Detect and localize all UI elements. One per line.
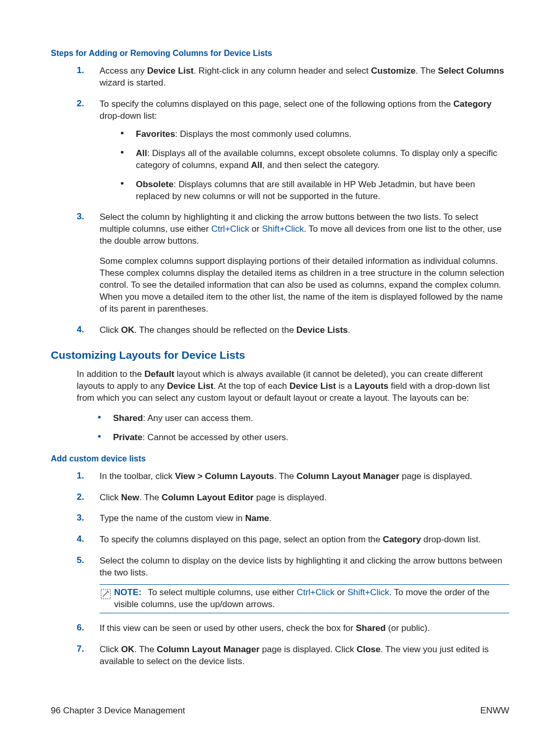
text: . The — [415, 66, 438, 76]
key-ctrl-click: Ctrl+Click — [297, 587, 334, 597]
category-options-list: Favorites: Displays the most commonly us… — [120, 129, 509, 203]
term-device-list: Device List — [167, 381, 214, 391]
text: : Displays the most commonly used column… — [175, 129, 352, 139]
term-default: Default — [144, 369, 174, 379]
step-1: Access any Device List. Right-click in a… — [77, 65, 509, 89]
text: . The changes should be reflected on the — [134, 325, 297, 335]
term-customize: Customize — [371, 66, 415, 76]
acdl-step-3: Type the name of the custom view in Name… — [77, 513, 509, 525]
text: To specify the columns displayed on this… — [100, 535, 383, 544]
text: . The — [134, 644, 157, 654]
text: . The — [139, 493, 162, 502]
steps-add-remove-list: Access any Device List. Right-click in a… — [77, 65, 509, 336]
opt-all: All: Displays all of the available colum… — [120, 148, 509, 172]
text: In the toolbar, click — [100, 471, 175, 481]
term-device-list: Device List — [289, 381, 336, 391]
term-ok: OK — [121, 325, 135, 335]
label: Obsolete — [136, 179, 174, 189]
text: Click — [100, 493, 121, 502]
acdl-step-1: In the toolbar, click View > Column Layo… — [77, 471, 509, 483]
term-ok: OK — [121, 644, 135, 654]
term-all: All — [251, 160, 262, 170]
term-close: Close — [357, 644, 381, 654]
term-device-lists: Device Lists — [297, 325, 348, 335]
acdl-step-6: If this view can be seen or used by othe… — [77, 623, 509, 635]
text: Select the column to display on the devi… — [100, 556, 502, 578]
layout-shared: Shared: Any user can access them. — [97, 413, 509, 425]
term-device-list: Device List — [147, 66, 194, 76]
note-box: NOTE:To select multiple columns, use eit… — [100, 584, 509, 613]
text: page is displayed. Click — [260, 644, 357, 654]
key-ctrl-click: Ctrl+Click — [211, 224, 249, 234]
acdl-step-7: Click OK. The Column Layout Manager page… — [77, 644, 509, 668]
text: (or public). — [386, 623, 430, 633]
label: Shared — [113, 413, 143, 423]
text: Type the name of the custom view in — [100, 513, 245, 523]
text: page is displayed. — [254, 493, 327, 502]
step-4: Click OK. The changes should be reflecte… — [77, 325, 509, 336]
step-3-detail: Some complex columns support displaying … — [100, 256, 509, 315]
text: If this view can be seen or used by othe… — [100, 623, 356, 633]
opt-obsolete: Obsolete: Displays columns that are stil… — [120, 179, 509, 203]
label: Favorites — [136, 129, 175, 139]
page-footer: 96 Chapter 3 Device Management ENWW — [51, 706, 509, 716]
footer-left: 96 Chapter 3 Device Management — [51, 706, 185, 716]
text: To select multiple columns, use either — [148, 587, 297, 597]
text: , and then select the category. — [262, 160, 380, 170]
text: wizard is started. — [100, 78, 166, 88]
heading-customizing-layouts: Customizing Layouts for Device Lists — [51, 349, 509, 361]
text: . Right-click in any column header and s… — [193, 66, 371, 76]
term-new: New — [121, 493, 139, 502]
note-label: NOTE: — [114, 587, 142, 597]
customizing-intro: In addition to the Default layout which … — [77, 369, 509, 404]
page: Steps for Adding or Removing Columns for… — [0, 0, 560, 745]
text: : Cannot be accessed by other users. — [143, 432, 289, 442]
label: All — [136, 148, 147, 158]
term-select-columns: Select Columns — [438, 66, 505, 76]
text: is a — [336, 381, 355, 391]
text: In addition to the — [77, 369, 144, 379]
term-shared: Shared — [356, 623, 386, 633]
term-category: Category — [383, 535, 421, 544]
text: To specify the columns displayed on this… — [100, 99, 453, 109]
layout-private: Private: Cannot be accessed by other use… — [97, 432, 509, 444]
heading-add-custom-device-lists: Add custom device lists — [51, 454, 509, 463]
text: Click — [100, 644, 121, 654]
footer-right: ENWW — [480, 706, 509, 716]
acdl-step-5: Select the column to display on the devi… — [77, 555, 509, 613]
text: or — [334, 587, 347, 597]
text: . The — [274, 471, 297, 481]
note-icon — [100, 588, 112, 600]
acdl-step-2: Click New. The Column Layout Editor page… — [77, 492, 509, 504]
text: . At the top of each — [214, 381, 290, 391]
text: drop-down list. — [421, 535, 481, 544]
step-3: Select the column by highlighting it and… — [77, 212, 509, 315]
text: . — [348, 325, 351, 335]
acdl-step-4: To specify the columns displayed on this… — [77, 534, 509, 546]
term-column-layout-manager: Column Layout Manager — [157, 644, 259, 654]
step-2: To specify the columns displayed on this… — [77, 99, 509, 203]
layout-types-list: Shared: Any user can access them. Privat… — [97, 413, 509, 444]
text: : Any user can access them. — [143, 413, 254, 423]
add-custom-steps: In the toolbar, click View > Column Layo… — [77, 471, 509, 668]
text: drop-down list: — [100, 111, 157, 121]
text: . — [269, 513, 272, 523]
term-view-column-layouts: View > Column Layouts — [175, 471, 274, 481]
opt-favorites: Favorites: Displays the most commonly us… — [120, 129, 509, 140]
heading-steps-add-remove: Steps for Adding or Removing Columns for… — [51, 49, 509, 58]
text: page is displayed. — [399, 471, 472, 481]
text: or — [249, 224, 262, 234]
term-category: Category — [453, 99, 492, 109]
key-shift-click: Shift+Click — [262, 224, 304, 234]
term-column-layout-editor: Column Layout Editor — [162, 493, 254, 502]
term-column-layout-manager: Column Layout Manager — [297, 471, 399, 481]
term-name: Name — [245, 513, 269, 523]
text: Access any — [100, 66, 147, 76]
term-layouts: Layouts — [355, 381, 388, 391]
key-shift-click: Shift+Click — [347, 587, 389, 597]
text: : Displays columns that are still availa… — [136, 179, 475, 201]
text: Click — [100, 325, 121, 335]
label: Private — [113, 432, 143, 442]
